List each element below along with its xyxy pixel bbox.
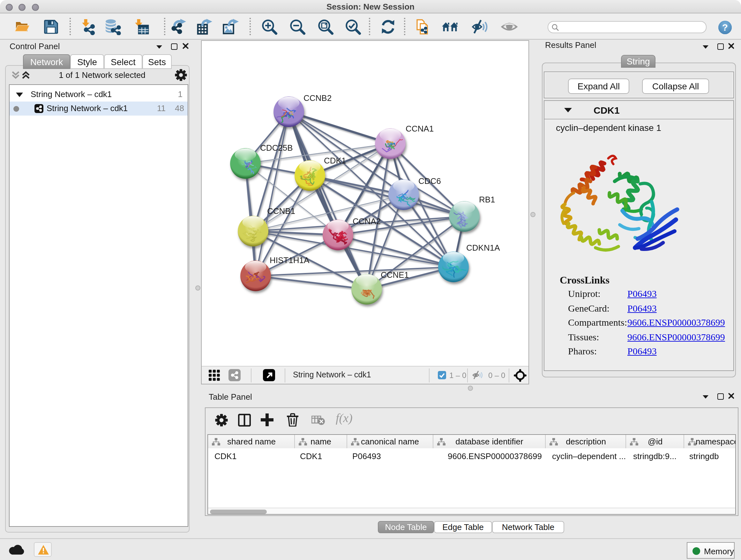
svg-text:CDC25B: CDC25B: [260, 143, 293, 152]
svg-text:CDK1: CDK1: [324, 156, 346, 165]
svg-text:CCNB2: CCNB2: [304, 93, 332, 103]
svg-text:?: ?: [722, 22, 728, 32]
svg-text:HIST1H1A: HIST1H1A: [270, 255, 310, 265]
svg-text:RB1: RB1: [479, 195, 495, 204]
svg-text:CCNA1: CCNA1: [406, 124, 434, 133]
svg-text:CCNE1: CCNE1: [381, 270, 409, 280]
svg-text:CDKN1A: CDKN1A: [466, 243, 500, 253]
svg-text:CCNB1: CCNB1: [267, 206, 295, 216]
svg-text:CCNA2: CCNA2: [353, 216, 381, 226]
svg-text:CDC6: CDC6: [418, 176, 441, 186]
